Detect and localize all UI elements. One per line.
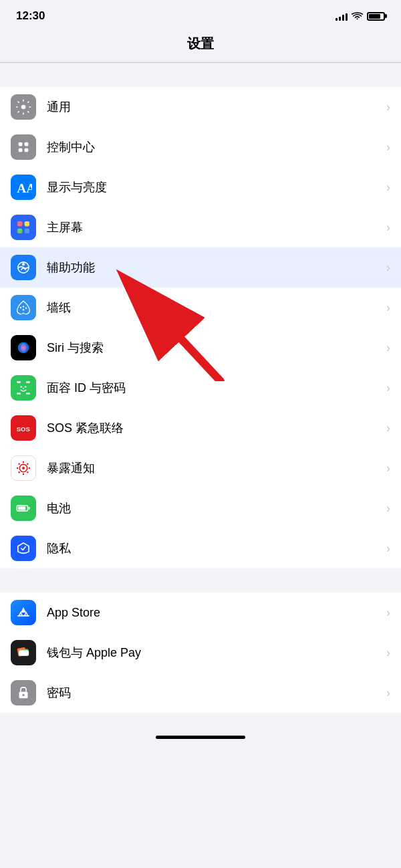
label-qianzhi: 墙纸 bbox=[47, 300, 381, 316]
wifi-icon bbox=[352, 12, 363, 21]
row-kongzhizhongxin[interactable]: 控制中心 › bbox=[0, 127, 401, 167]
icon-baolu bbox=[11, 455, 36, 481]
icon-qianzhi bbox=[11, 295, 36, 320]
svg-point-31 bbox=[27, 471, 28, 473]
svg-point-30 bbox=[18, 463, 19, 464]
svg-point-28 bbox=[17, 467, 18, 469]
svg-point-25 bbox=[22, 467, 25, 469]
bottom-gap bbox=[0, 713, 401, 733]
page-title-bar: 设置 bbox=[0, 29, 401, 62]
chevron-faceid: › bbox=[386, 381, 390, 395]
label-wallet: 钱包与 Apple Pay bbox=[47, 645, 381, 661]
chevron-siri: › bbox=[386, 341, 390, 355]
label-yinsi: 隐私 bbox=[47, 540, 381, 556]
row-sos[interactable]: SOS SOS 紧急联络 › bbox=[0, 408, 401, 448]
row-wallet[interactable]: 钱包与 Apple Pay › bbox=[0, 633, 401, 673]
icon-battery bbox=[11, 496, 36, 521]
row-yinsi[interactable]: 隐私 › bbox=[0, 528, 401, 568]
row-fuzhugongneng[interactable]: 辅助功能 › bbox=[0, 247, 401, 288]
svg-text:AA: AA bbox=[17, 181, 32, 195]
signal-icon bbox=[336, 12, 348, 21]
chevron-wallet: › bbox=[386, 646, 390, 660]
chevron-qianzhi: › bbox=[386, 301, 390, 315]
row-xianshi[interactable]: AA 显示与亮度 › bbox=[0, 167, 401, 207]
label-baolu: 暴露通知 bbox=[47, 460, 381, 476]
icon-appstore bbox=[11, 600, 36, 625]
svg-rect-2 bbox=[19, 148, 23, 152]
svg-point-22 bbox=[25, 386, 26, 387]
svg-point-26 bbox=[23, 461, 24, 463]
label-appstore: App Store bbox=[47, 606, 381, 620]
row-faceid[interactable]: 面容 ID 与密码 › bbox=[0, 368, 401, 408]
svg-point-12 bbox=[23, 306, 24, 307]
row-tongyong[interactable]: 通用 › bbox=[0, 87, 401, 127]
svg-point-29 bbox=[29, 467, 30, 469]
svg-point-33 bbox=[18, 471, 19, 473]
row-battery[interactable]: 电池 › bbox=[0, 488, 401, 528]
icon-zhupingmu bbox=[11, 215, 36, 240]
battery-icon bbox=[367, 12, 385, 21]
page-title: 设置 bbox=[0, 35, 401, 53]
label-battery: 电池 bbox=[47, 500, 381, 516]
svg-point-13 bbox=[25, 308, 27, 309]
home-indicator bbox=[0, 733, 401, 744]
row-mima[interactable]: 密码 › bbox=[0, 673, 401, 713]
icon-siri bbox=[11, 335, 36, 360]
icon-tongyong bbox=[11, 94, 36, 120]
status-bar: 12:30 bbox=[0, 0, 401, 29]
chevron-kongzhizhongxin: › bbox=[386, 140, 390, 154]
label-tongyong: 通用 bbox=[47, 99, 381, 115]
chevron-zhupingmu: › bbox=[386, 221, 390, 235]
mid-group-gap bbox=[0, 568, 401, 592]
label-fuzhugongneng: 辅助功能 bbox=[47, 259, 381, 276]
status-icons bbox=[336, 12, 385, 21]
row-qianzhi[interactable]: 墙纸 › bbox=[0, 288, 401, 328]
svg-rect-1 bbox=[25, 142, 29, 146]
svg-rect-5 bbox=[17, 221, 22, 226]
svg-rect-3 bbox=[25, 148, 29, 152]
svg-text:SOS: SOS bbox=[17, 425, 30, 433]
svg-point-10 bbox=[22, 263, 25, 265]
svg-rect-8 bbox=[25, 229, 29, 233]
chevron-fuzhugongneng: › bbox=[386, 261, 390, 275]
svg-rect-39 bbox=[19, 651, 29, 656]
row-zhupingmu[interactable]: 主屏幕 › bbox=[0, 207, 401, 247]
chevron-appstore: › bbox=[386, 606, 390, 620]
row-siri[interactable]: Siri 与搜索 › bbox=[0, 328, 401, 368]
icon-mima bbox=[11, 680, 36, 706]
chevron-baolu: › bbox=[386, 461, 390, 475]
icon-sos: SOS bbox=[11, 415, 36, 441]
svg-rect-19 bbox=[17, 393, 21, 394]
svg-rect-0 bbox=[19, 142, 23, 146]
label-siri: Siri 与搜索 bbox=[47, 340, 381, 356]
svg-rect-35 bbox=[18, 507, 25, 510]
home-bar bbox=[156, 736, 245, 739]
icon-yinsi bbox=[11, 536, 36, 561]
svg-point-11 bbox=[20, 307, 21, 308]
icon-fuzhugongneng bbox=[11, 255, 36, 280]
settings-group-general: 通用 › 控制中心 › AA 显示与亮度 › bbox=[0, 87, 401, 568]
status-time: 12:30 bbox=[16, 9, 45, 23]
svg-rect-18 bbox=[26, 381, 30, 383]
svg-rect-17 bbox=[17, 381, 21, 383]
icon-faceid bbox=[11, 375, 36, 401]
chevron-mima: › bbox=[386, 686, 390, 700]
chevron-yinsi: › bbox=[386, 542, 390, 556]
svg-point-41 bbox=[22, 694, 24, 696]
label-faceid: 面容 ID 与密码 bbox=[47, 380, 381, 396]
label-mima: 密码 bbox=[47, 685, 381, 701]
svg-rect-7 bbox=[17, 229, 22, 233]
icon-wallet bbox=[11, 640, 36, 665]
svg-point-21 bbox=[21, 386, 22, 387]
row-appstore[interactable]: App Store › bbox=[0, 592, 401, 633]
icon-kongzhizhongxin bbox=[11, 134, 36, 160]
svg-point-32 bbox=[27, 463, 28, 464]
label-zhupingmu: 主屏幕 bbox=[47, 219, 381, 235]
row-baolu[interactable]: 暴露通知 › bbox=[0, 448, 401, 488]
label-xianshi: 显示与亮度 bbox=[47, 179, 381, 195]
svg-point-14 bbox=[23, 309, 24, 310]
settings-group-apps: App Store › 钱包与 Apple Pay › 密码 › bbox=[0, 592, 401, 713]
pre-group-gap bbox=[0, 63, 401, 87]
svg-rect-20 bbox=[26, 393, 30, 394]
svg-point-27 bbox=[23, 473, 24, 475]
